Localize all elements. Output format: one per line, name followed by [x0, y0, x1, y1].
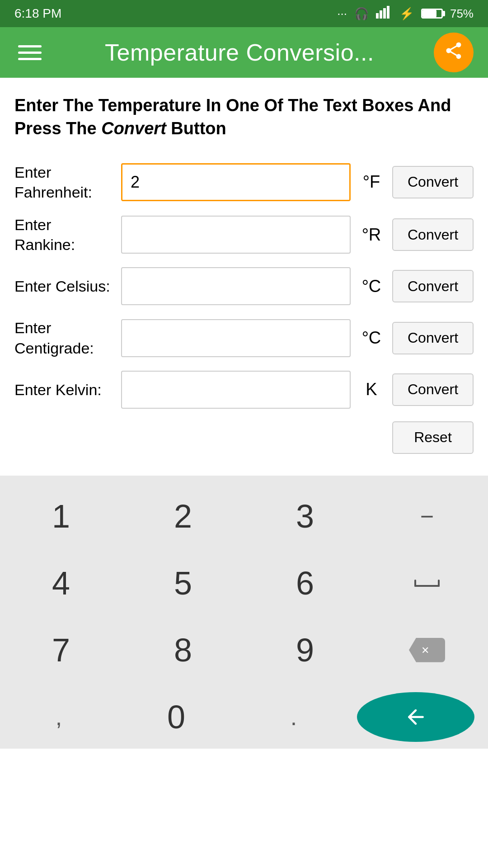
- key-6[interactable]: 6: [244, 552, 366, 615]
- status-dots: ···: [337, 7, 347, 21]
- centigrade-label: Enter Centigrade:: [14, 318, 114, 358]
- svg-rect-6: [438, 580, 440, 587]
- svg-rect-2: [383, 8, 386, 19]
- kelvin-unit: K: [358, 380, 385, 399]
- rankine-unit: °R: [358, 225, 385, 245]
- backspace-icon: ✕: [409, 638, 445, 662]
- centigrade-row: Enter Centigrade: °C Convert: [14, 318, 474, 358]
- centigrade-input[interactable]: [121, 319, 351, 357]
- reset-row: Reset: [14, 421, 474, 454]
- menu-button[interactable]: [14, 42, 45, 64]
- svg-rect-1: [380, 10, 382, 19]
- status-bar: 6:18 PM ··· 🎧 ⚡ 75%: [0, 0, 488, 27]
- status-headphone-icon: 🎧: [354, 7, 369, 21]
- status-battery-percent: 75%: [450, 7, 474, 21]
- svg-rect-3: [387, 6, 389, 19]
- instructions: Enter The Temperature In One Of The Text…: [14, 94, 474, 141]
- key-2[interactable]: 2: [122, 485, 244, 548]
- svg-text:✕: ✕: [421, 645, 429, 656]
- keyboard-row-4: , 0 .: [0, 685, 488, 749]
- key-enter[interactable]: [357, 692, 474, 742]
- celsius-label: Enter Celsius:: [14, 276, 114, 296]
- celsius-unit: °C: [358, 277, 385, 296]
- key-9[interactable]: 9: [244, 618, 366, 682]
- rankine-row: Enter Rankine: °R Convert: [14, 215, 474, 255]
- svg-rect-4: [414, 585, 440, 587]
- celsius-input[interactable]: [121, 267, 351, 305]
- key-8[interactable]: 8: [122, 618, 244, 682]
- kelvin-convert-button[interactable]: Convert: [392, 373, 474, 406]
- fahrenheit-unit: °F: [358, 172, 385, 192]
- kelvin-label: Enter Kelvin:: [14, 380, 114, 400]
- reset-button[interactable]: Reset: [392, 421, 474, 454]
- key-minus[interactable]: −: [366, 485, 488, 548]
- status-signal-icon: [376, 6, 392, 22]
- key-5[interactable]: 5: [122, 552, 244, 615]
- app-bar: Temperature Conversio...: [0, 27, 488, 78]
- key-3[interactable]: 3: [244, 485, 366, 548]
- svg-rect-5: [414, 580, 416, 587]
- keyboard-row-1: 1 2 3 −: [0, 485, 488, 548]
- keyboard-row-3: 7 8 9 ✕: [0, 618, 488, 682]
- rankine-convert-button[interactable]: Convert: [392, 218, 474, 251]
- key-backspace[interactable]: ✕: [366, 618, 488, 682]
- fahrenheit-label: Enter Fahrenheit:: [14, 162, 114, 202]
- status-battery-icon: [421, 9, 443, 19]
- rankine-label: Enter Rankine:: [14, 215, 114, 255]
- enter-icon: [404, 705, 428, 729]
- key-space[interactable]: [366, 552, 488, 615]
- kelvin-input[interactable]: [121, 371, 351, 409]
- centigrade-unit: °C: [358, 328, 385, 348]
- centigrade-convert-button[interactable]: Convert: [392, 322, 474, 354]
- share-button[interactable]: [434, 33, 474, 72]
- rankine-input[interactable]: [121, 216, 351, 254]
- kelvin-row: Enter Kelvin: K Convert: [14, 371, 474, 409]
- app-title: Temperature Conversio...: [45, 39, 434, 66]
- key-0[interactable]: 0: [117, 685, 235, 749]
- share-icon: [444, 41, 464, 65]
- celsius-row: Enter Celsius: °C Convert: [14, 267, 474, 305]
- fahrenheit-input[interactable]: [121, 163, 351, 201]
- keyboard: 1 2 3 − 4 5 6 7 8 9 ✕ ,: [0, 476, 488, 749]
- key-4[interactable]: 4: [0, 552, 122, 615]
- key-dot[interactable]: .: [235, 685, 352, 749]
- key-1[interactable]: 1: [0, 485, 122, 548]
- celsius-convert-button[interactable]: Convert: [392, 270, 474, 302]
- fahrenheit-convert-button[interactable]: Convert: [392, 166, 474, 198]
- main-content: Enter The Temperature In One Of The Text…: [0, 78, 488, 472]
- status-charging-icon: ⚡: [399, 7, 414, 21]
- key-7[interactable]: 7: [0, 618, 122, 682]
- svg-rect-0: [376, 13, 379, 19]
- status-time: 6:18 PM: [14, 6, 61, 21]
- keyboard-row-2: 4 5 6: [0, 552, 488, 615]
- key-comma[interactable]: ,: [0, 685, 117, 749]
- fahrenheit-row: Enter Fahrenheit: °F Convert: [14, 162, 474, 202]
